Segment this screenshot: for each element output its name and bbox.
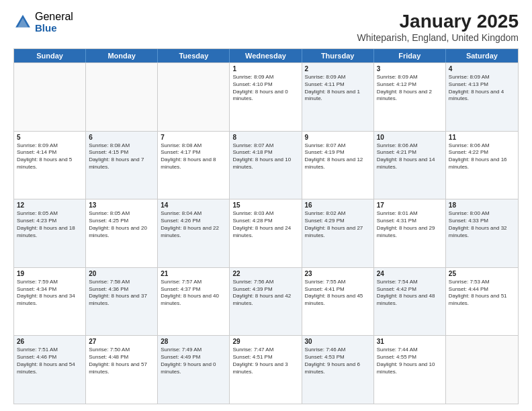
- day-number: 2: [305, 65, 371, 73]
- calendar-cell: 13Sunrise: 8:05 AM Sunset: 4:25 PM Dayli…: [86, 199, 158, 267]
- calendar-cell: 6Sunrise: 8:08 AM Sunset: 4:15 PM Daylig…: [86, 132, 158, 199]
- title-month: January 2025: [357, 11, 519, 32]
- header-day-tuesday: Tuesday: [158, 49, 230, 62]
- calendar-cell: 19Sunrise: 7:59 AM Sunset: 4:34 PM Dayli…: [14, 268, 86, 336]
- cell-info: Sunrise: 8:08 AM Sunset: 4:15 PM Dayligh…: [89, 142, 154, 171]
- calendar: SundayMondayTuesdayWednesdayThursdayFrid…: [13, 48, 519, 404]
- day-number: 7: [161, 134, 226, 141]
- calendar-cell: 15Sunrise: 8:03 AM Sunset: 4:28 PM Dayli…: [230, 199, 302, 267]
- day-number: 14: [161, 201, 226, 209]
- calendar-header: SundayMondayTuesdayWednesdayThursdayFrid…: [14, 49, 518, 62]
- cell-info: Sunrise: 8:09 AM Sunset: 4:12 PM Dayligh…: [377, 74, 443, 103]
- cell-info: Sunrise: 7:58 AM Sunset: 4:36 PM Dayligh…: [89, 279, 154, 308]
- header: General Blue January 2025 Whiteparish, E…: [13, 11, 519, 43]
- calendar-cell: 9Sunrise: 8:07 AM Sunset: 4:19 PM Daylig…: [302, 132, 374, 199]
- header-day-wednesday: Wednesday: [230, 49, 302, 62]
- logo: General Blue: [13, 11, 73, 34]
- calendar-cell: 30Sunrise: 7:46 AM Sunset: 4:53 PM Dayli…: [302, 336, 374, 404]
- page: General Blue January 2025 Whiteparish, E…: [0, 0, 532, 411]
- cell-info: Sunrise: 7:51 AM Sunset: 4:46 PM Dayligh…: [17, 347, 83, 375]
- calendar-cell: 31Sunrise: 7:44 AM Sunset: 4:55 PM Dayli…: [374, 336, 446, 404]
- cell-info: Sunrise: 7:56 AM Sunset: 4:39 PM Dayligh…: [232, 279, 298, 308]
- day-number: 17: [377, 201, 443, 209]
- day-number: 1: [232, 65, 298, 73]
- cell-info: Sunrise: 8:09 AM Sunset: 4:14 PM Dayligh…: [17, 142, 83, 171]
- day-number: 28: [161, 338, 226, 345]
- calendar-cell: 10Sunrise: 8:06 AM Sunset: 4:21 PM Dayli…: [374, 132, 446, 199]
- calendar-cell: 26Sunrise: 7:51 AM Sunset: 4:46 PM Dayli…: [14, 336, 86, 404]
- day-number: 11: [449, 134, 515, 141]
- cell-info: Sunrise: 7:50 AM Sunset: 4:48 PM Dayligh…: [89, 347, 154, 375]
- calendar-cell: 23Sunrise: 7:55 AM Sunset: 4:41 PM Dayli…: [302, 268, 374, 336]
- calendar-cell: 4Sunrise: 8:09 AM Sunset: 4:13 PM Daylig…: [446, 63, 518, 131]
- cell-info: Sunrise: 8:06 AM Sunset: 4:21 PM Dayligh…: [377, 142, 443, 171]
- calendar-cell: [86, 63, 158, 131]
- header-day-friday: Friday: [374, 49, 446, 62]
- day-number: 12: [17, 201, 83, 209]
- cell-info: Sunrise: 8:07 AM Sunset: 4:18 PM Dayligh…: [232, 142, 298, 171]
- day-number: 13: [89, 201, 154, 209]
- calendar-cell: 25Sunrise: 7:53 AM Sunset: 4:44 PM Dayli…: [446, 268, 518, 336]
- cell-info: Sunrise: 7:47 AM Sunset: 4:51 PM Dayligh…: [232, 347, 298, 375]
- cell-info: Sunrise: 8:07 AM Sunset: 4:19 PM Dayligh…: [305, 142, 371, 171]
- day-number: 15: [232, 201, 298, 209]
- cell-info: Sunrise: 8:05 AM Sunset: 4:23 PM Dayligh…: [17, 210, 83, 239]
- header-day-sunday: Sunday: [14, 49, 86, 62]
- calendar-cell: 5Sunrise: 8:09 AM Sunset: 4:14 PM Daylig…: [14, 132, 86, 199]
- calendar-cell: 2Sunrise: 8:09 AM Sunset: 4:11 PM Daylig…: [302, 63, 374, 131]
- calendar-cell: 27Sunrise: 7:50 AM Sunset: 4:48 PM Dayli…: [86, 336, 158, 404]
- logo-icon: [13, 13, 32, 32]
- cell-info: Sunrise: 8:09 AM Sunset: 4:13 PM Dayligh…: [449, 74, 515, 103]
- day-number: 25: [449, 270, 515, 277]
- day-number: 16: [305, 201, 371, 209]
- cell-info: Sunrise: 8:05 AM Sunset: 4:25 PM Dayligh…: [89, 210, 154, 239]
- calendar-row-1: 5Sunrise: 8:09 AM Sunset: 4:14 PM Daylig…: [14, 131, 518, 199]
- calendar-cell: 7Sunrise: 8:08 AM Sunset: 4:17 PM Daylig…: [158, 132, 230, 199]
- cell-info: Sunrise: 7:54 AM Sunset: 4:42 PM Dayligh…: [377, 279, 443, 308]
- calendar-cell: 29Sunrise: 7:47 AM Sunset: 4:51 PM Dayli…: [230, 336, 302, 404]
- calendar-cell: 12Sunrise: 8:05 AM Sunset: 4:23 PM Dayli…: [14, 199, 86, 267]
- day-number: 27: [89, 338, 154, 345]
- day-number: 31: [377, 338, 443, 345]
- calendar-cell: 17Sunrise: 8:01 AM Sunset: 4:31 PM Dayli…: [374, 199, 446, 267]
- cell-info: Sunrise: 7:46 AM Sunset: 4:53 PM Dayligh…: [305, 347, 371, 375]
- calendar-row-4: 26Sunrise: 7:51 AM Sunset: 4:46 PM Dayli…: [14, 335, 518, 404]
- day-number: 9: [305, 134, 371, 141]
- day-number: 3: [377, 65, 443, 73]
- calendar-cell: 18Sunrise: 8:00 AM Sunset: 4:33 PM Dayli…: [446, 199, 518, 267]
- calendar-cell: 8Sunrise: 8:07 AM Sunset: 4:18 PM Daylig…: [230, 132, 302, 199]
- day-number: 10: [377, 134, 443, 141]
- header-day-thursday: Thursday: [302, 49, 374, 62]
- day-number: 23: [305, 270, 371, 277]
- day-number: 8: [232, 134, 298, 141]
- day-number: 21: [161, 270, 226, 277]
- day-number: 20: [89, 270, 154, 277]
- calendar-cell: 21Sunrise: 7:57 AM Sunset: 4:37 PM Dayli…: [158, 268, 230, 336]
- calendar-cell: [14, 63, 86, 131]
- day-number: 24: [377, 270, 443, 277]
- calendar-cell: 20Sunrise: 7:58 AM Sunset: 4:36 PM Dayli…: [86, 268, 158, 336]
- calendar-cell: 16Sunrise: 8:02 AM Sunset: 4:29 PM Dayli…: [302, 199, 374, 267]
- calendar-cell: 24Sunrise: 7:54 AM Sunset: 4:42 PM Dayli…: [374, 268, 446, 336]
- calendar-row-0: 1Sunrise: 8:09 AM Sunset: 4:10 PM Daylig…: [14, 62, 518, 131]
- cell-info: Sunrise: 8:00 AM Sunset: 4:33 PM Dayligh…: [449, 210, 515, 239]
- calendar-cell: 14Sunrise: 8:04 AM Sunset: 4:26 PM Dayli…: [158, 199, 230, 267]
- day-number: 4: [449, 65, 515, 73]
- day-number: 6: [89, 134, 154, 141]
- calendar-cell: [158, 63, 230, 131]
- cell-info: Sunrise: 8:03 AM Sunset: 4:28 PM Dayligh…: [232, 210, 298, 239]
- calendar-cell: 1Sunrise: 8:09 AM Sunset: 4:10 PM Daylig…: [230, 63, 302, 131]
- day-number: 5: [17, 134, 83, 141]
- day-number: 29: [232, 338, 298, 345]
- cell-info: Sunrise: 8:04 AM Sunset: 4:26 PM Dayligh…: [161, 210, 226, 239]
- day-number: 22: [232, 270, 298, 277]
- calendar-row-2: 12Sunrise: 8:05 AM Sunset: 4:23 PM Dayli…: [14, 199, 518, 267]
- calendar-cell: 28Sunrise: 7:49 AM Sunset: 4:49 PM Dayli…: [158, 336, 230, 404]
- cell-info: Sunrise: 7:49 AM Sunset: 4:49 PM Dayligh…: [161, 347, 226, 375]
- day-number: 19: [17, 270, 83, 277]
- header-day-saturday: Saturday: [446, 49, 518, 62]
- calendar-body: 1Sunrise: 8:09 AM Sunset: 4:10 PM Daylig…: [14, 62, 518, 404]
- calendar-cell: [446, 336, 518, 404]
- cell-info: Sunrise: 8:01 AM Sunset: 4:31 PM Dayligh…: [377, 210, 443, 239]
- cell-info: Sunrise: 7:57 AM Sunset: 4:37 PM Dayligh…: [161, 279, 226, 308]
